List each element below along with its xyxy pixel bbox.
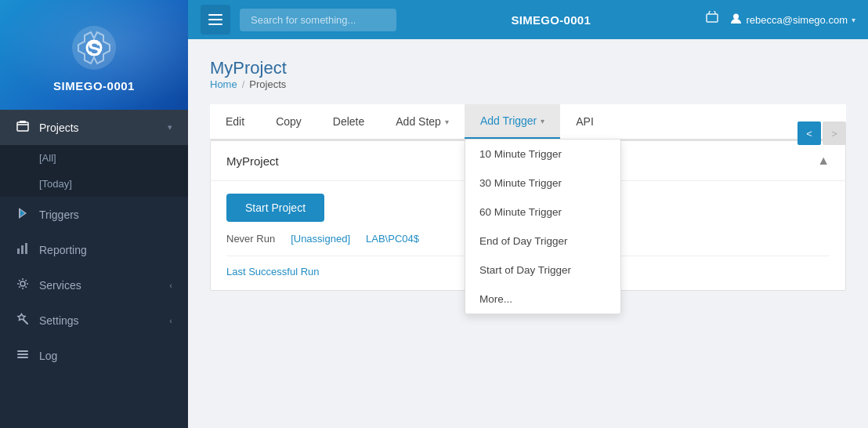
- breadcrumb-current: Projects: [249, 78, 286, 90]
- sidebar-log-label: Log: [39, 350, 172, 362]
- stat-assigned-value[interactable]: [Unassigned]: [291, 233, 350, 245]
- last-run-label: Last Successful Run: [226, 266, 320, 277]
- svg-rect-16: [208, 24, 222, 25]
- menu-button[interactable]: [201, 5, 230, 34]
- sidebar-item-triggers[interactable]: Triggers: [0, 197, 188, 232]
- sidebar-item-log[interactable]: Log: [0, 338, 188, 373]
- content-area: MyProject Home / Projects < > Edit Copy: [188, 39, 868, 428]
- pagination: < >: [797, 122, 846, 145]
- notifications-icon[interactable]: [705, 11, 719, 28]
- sidebar-triggers-label: Triggers: [39, 209, 172, 221]
- stat-assigned: [Unassigned]: [291, 233, 350, 245]
- sidebar-services-label: Services: [39, 279, 169, 292]
- copy-button[interactable]: Copy: [260, 105, 317, 138]
- svg-rect-7: [21, 245, 24, 254]
- settings-icon: [16, 313, 30, 328]
- svg-rect-3: [17, 122, 28, 131]
- reporting-icon: [16, 242, 30, 257]
- svg-rect-8: [25, 243, 27, 254]
- pagination-next[interactable]: >: [823, 122, 846, 145]
- svg-rect-14: [208, 14, 222, 16]
- page-title: MyProject: [210, 58, 846, 78]
- sidebar-title: SIMEGO-0001: [53, 79, 135, 92]
- svg-rect-15: [208, 19, 222, 20]
- breadcrumb: Home / Projects: [210, 78, 846, 90]
- svg-rect-11: [17, 350, 28, 352]
- api-button[interactable]: API: [560, 105, 609, 138]
- settings-chevron-icon: ‹: [169, 316, 172, 325]
- log-icon: [16, 348, 30, 363]
- toolbar-area: Edit Copy Delete Add Step ▾ Add Trigger …: [210, 104, 846, 140]
- breadcrumb-home[interactable]: Home: [210, 78, 237, 90]
- stat-last-run-value: Never Run: [226, 233, 275, 245]
- app-logo-icon: S: [69, 23, 119, 73]
- sidebar-item-all[interactable]: [All]: [0, 145, 188, 171]
- services-chevron-icon: ‹: [169, 281, 172, 290]
- topbar-app-title: SIMEGO-0001: [396, 13, 705, 27]
- project-card-name: MyProject: [226, 154, 279, 168]
- sidebar-item-services[interactable]: Services ‹: [0, 267, 188, 303]
- delete-button[interactable]: Delete: [317, 105, 380, 138]
- sidebar-nav: Projects ▾ [All] [Today] Triggers Report…: [0, 110, 188, 428]
- stat-context: LAB\PC04$: [366, 233, 419, 245]
- page-header: MyProject Home / Projects: [210, 58, 846, 90]
- svg-rect-17: [707, 14, 718, 22]
- sidebar-reporting-label: Reporting: [39, 244, 172, 256]
- user-menu[interactable]: rebecca@simego.com ▾: [730, 13, 855, 27]
- user-chevron-icon: ▾: [852, 16, 855, 24]
- triggers-icon: [16, 207, 30, 222]
- trigger-end-of-day[interactable]: End of Day Trigger: [465, 227, 620, 256]
- svg-rect-4: [20, 121, 26, 123]
- projects-icon: [16, 120, 30, 135]
- edit-button[interactable]: Edit: [210, 105, 260, 138]
- pagination-prev[interactable]: <: [797, 122, 821, 145]
- sidebar-projects-label: Projects: [39, 122, 168, 134]
- topbar-right: rebecca@simego.com ▾: [705, 11, 855, 28]
- svg-point-18: [733, 14, 739, 20]
- project-collapse-button[interactable]: ▲: [817, 154, 830, 168]
- add-step-button[interactable]: Add Step ▾: [380, 105, 465, 138]
- user-icon: [730, 13, 742, 27]
- main-area: SIMEGO-0001 rebecca@simego.com ▾ MyProje…: [188, 0, 868, 428]
- sidebar-item-settings[interactable]: Settings ‹: [0, 303, 188, 338]
- projects-submenu: [All] [Today]: [0, 145, 188, 197]
- svg-rect-12: [17, 354, 28, 355]
- sidebar-logo: S SIMEGO-0001: [0, 0, 188, 110]
- svg-point-9: [20, 281, 25, 286]
- sidebar: S SIMEGO-0001 Projects ▾ [All] [Today]: [0, 0, 188, 428]
- svg-rect-6: [17, 248, 20, 254]
- toolbar: Edit Copy Delete Add Step ▾ Add Trigger …: [210, 104, 846, 140]
- sidebar-item-reporting[interactable]: Reporting: [0, 232, 188, 267]
- sidebar-item-today[interactable]: [Today]: [0, 171, 188, 197]
- services-icon: [16, 277, 30, 292]
- sidebar-item-projects[interactable]: Projects ▾: [0, 110, 188, 145]
- trigger-60min[interactable]: 60 Minute Trigger: [465, 198, 620, 227]
- add-trigger-wrapper: Add Trigger ▾ 10 Minute Trigger 30 Minut…: [465, 104, 560, 139]
- sidebar-settings-label: Settings: [39, 314, 169, 327]
- add-trigger-dropdown: 10 Minute Trigger 30 Minute Trigger 60 M…: [465, 139, 621, 314]
- start-project-button[interactable]: Start Project: [226, 194, 324, 222]
- trigger-start-of-day[interactable]: Start of Day Trigger: [465, 256, 620, 285]
- add-trigger-button[interactable]: Add Trigger ▾: [465, 104, 560, 139]
- stat-last-run: Never Run: [226, 233, 275, 245]
- topbar: SIMEGO-0001 rebecca@simego.com ▾: [188, 0, 868, 39]
- breadcrumb-separator: /: [242, 78, 245, 90]
- user-email: rebecca@simego.com: [746, 14, 848, 26]
- trigger-30min[interactable]: 30 Minute Trigger: [465, 169, 620, 198]
- trigger-more[interactable]: More...: [465, 285, 620, 314]
- search-input[interactable]: [240, 9, 396, 31]
- svg-line-10: [24, 321, 27, 324]
- projects-chevron-icon: ▾: [168, 122, 172, 132]
- svg-rect-13: [17, 357, 28, 358]
- add-step-chevron-icon: ▾: [445, 118, 449, 126]
- stat-context-value[interactable]: LAB\PC04$: [366, 233, 419, 245]
- trigger-10min[interactable]: 10 Minute Trigger: [465, 140, 620, 169]
- add-trigger-chevron-icon: ▾: [541, 117, 544, 125]
